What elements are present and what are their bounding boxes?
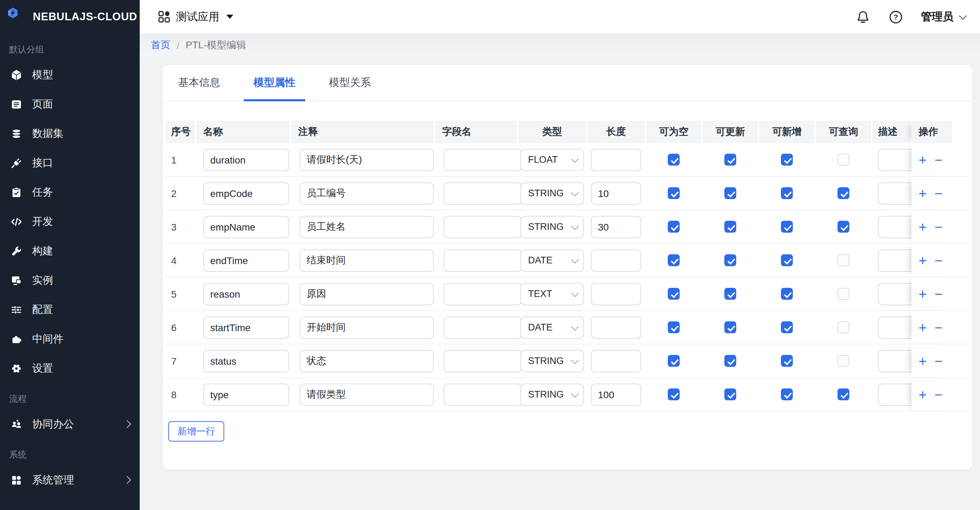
sidebar-item-数据集[interactable]: 数据集 — [0, 119, 140, 148]
remove-row-icon[interactable]: − — [934, 186, 942, 200]
nullable-checkbox[interactable] — [668, 389, 679, 400]
nullable-checkbox[interactable] — [668, 355, 679, 367]
insertable-checkbox[interactable] — [781, 389, 793, 400]
sidebar-item-接口[interactable]: 接口 — [0, 148, 140, 177]
sidebar-item-配置[interactable]: 配置 — [0, 295, 140, 324]
add-row-icon[interactable]: + — [918, 287, 927, 301]
comment-input[interactable] — [300, 182, 434, 204]
updatable-checkbox[interactable] — [724, 321, 736, 333]
name-input[interactable] — [203, 182, 289, 204]
insertable-checkbox[interactable] — [781, 187, 793, 199]
tab-basic-info[interactable]: 基本信息 — [168, 65, 230, 100]
length-input[interactable] — [591, 148, 641, 171]
add-row-icon[interactable]: + — [918, 253, 927, 267]
insertable-checkbox[interactable] — [781, 355, 793, 367]
queryable-checkbox[interactable] — [837, 254, 850, 266]
queryable-checkbox[interactable] — [837, 154, 850, 166]
nullable-checkbox[interactable] — [668, 254, 679, 266]
comment-input[interactable] — [300, 249, 434, 271]
field-name-input[interactable] — [444, 148, 522, 171]
help-icon[interactable]: ? — [888, 10, 903, 24]
type-select[interactable]: FLOAT — [520, 148, 584, 171]
comment-input[interactable] — [300, 316, 434, 338]
nullable-checkbox[interactable] — [668, 288, 679, 300]
length-input[interactable] — [591, 182, 641, 204]
breadcrumb-home-link[interactable]: 首页 — [151, 39, 170, 51]
field-name-input[interactable] — [444, 316, 522, 338]
name-input[interactable] — [203, 383, 289, 406]
sidebar-item-设置[interactable]: 设置 — [0, 354, 140, 383]
queryable-checkbox[interactable] — [837, 187, 850, 199]
sidebar-item-任务[interactable]: 任务 — [0, 177, 140, 207]
nullable-checkbox[interactable] — [668, 187, 679, 199]
length-input[interactable] — [591, 215, 641, 238]
name-input[interactable] — [203, 316, 289, 338]
field-name-input[interactable] — [444, 249, 522, 271]
field-name-input[interactable] — [444, 383, 522, 406]
remove-row-icon[interactable]: − — [934, 354, 942, 368]
bell-icon[interactable] — [855, 10, 870, 24]
add-row-icon[interactable]: + — [918, 186, 927, 200]
add-row-icon[interactable]: + — [918, 153, 927, 167]
field-name-input[interactable] — [444, 350, 522, 372]
field-name-input[interactable] — [444, 283, 522, 305]
queryable-checkbox[interactable] — [837, 321, 850, 333]
tab-model-properties[interactable]: 模型属性 — [244, 65, 305, 100]
sidebar-item-页面[interactable]: 页面 — [0, 89, 140, 119]
comment-input[interactable] — [300, 383, 434, 406]
insertable-checkbox[interactable] — [781, 321, 793, 333]
name-input[interactable] — [203, 283, 289, 305]
nullable-checkbox[interactable] — [668, 221, 679, 233]
updatable-checkbox[interactable] — [724, 254, 736, 266]
type-select[interactable]: STRING — [520, 383, 584, 406]
length-input[interactable] — [591, 249, 641, 271]
add-row-button[interactable]: 新增一行 — [168, 421, 224, 441]
tab-model-relations[interactable]: 模型关系 — [319, 65, 381, 100]
remove-row-icon[interactable]: − — [934, 253, 942, 267]
insertable-checkbox[interactable] — [781, 221, 793, 233]
queryable-checkbox[interactable] — [837, 221, 850, 233]
add-row-icon[interactable]: + — [918, 220, 927, 234]
comment-input[interactable] — [300, 283, 434, 305]
sidebar-item-实例[interactable]: 实例 — [0, 266, 140, 295]
add-row-icon[interactable]: + — [918, 387, 927, 402]
sidebar-item-开发[interactable]: 开发 — [0, 207, 140, 236]
length-input[interactable] — [591, 350, 641, 372]
field-name-input[interactable] — [444, 182, 522, 204]
remove-row-icon[interactable]: − — [934, 387, 942, 402]
updatable-checkbox[interactable] — [724, 221, 736, 233]
updatable-checkbox[interactable] — [724, 154, 736, 166]
queryable-checkbox[interactable] — [837, 288, 850, 300]
insertable-checkbox[interactable] — [781, 154, 793, 166]
insertable-checkbox[interactable] — [781, 288, 793, 300]
length-input[interactable] — [591, 316, 641, 338]
name-input[interactable] — [203, 350, 289, 372]
sidebar-item-中间件[interactable]: 中间件 — [0, 324, 140, 354]
user-menu[interactable]: 管理员 — [921, 10, 965, 24]
sidebar-item-协同办公[interactable]: 协同办公 — [0, 410, 140, 439]
length-input[interactable] — [591, 283, 641, 305]
type-select[interactable]: STRING — [520, 350, 584, 372]
add-row-icon[interactable]: + — [918, 320, 927, 334]
type-select[interactable]: STRING — [520, 215, 584, 238]
updatable-checkbox[interactable] — [724, 355, 736, 367]
queryable-checkbox[interactable] — [837, 355, 850, 367]
type-select[interactable]: TEXT — [520, 283, 584, 305]
field-name-input[interactable] — [444, 215, 522, 238]
comment-input[interactable] — [300, 215, 434, 238]
updatable-checkbox[interactable] — [724, 288, 736, 300]
comment-input[interactable] — [300, 350, 434, 372]
app-switcher[interactable]: 测试应用 — [158, 10, 233, 24]
type-select[interactable]: STRING — [520, 182, 584, 204]
type-select[interactable]: DATE — [520, 249, 584, 271]
length-input[interactable] — [591, 383, 641, 406]
comment-input[interactable] — [300, 148, 434, 171]
updatable-checkbox[interactable] — [724, 389, 736, 400]
name-input[interactable] — [203, 148, 289, 171]
nullable-checkbox[interactable] — [668, 321, 679, 333]
remove-row-icon[interactable]: − — [934, 320, 942, 334]
name-input[interactable] — [203, 215, 289, 238]
add-row-icon[interactable]: + — [918, 354, 927, 368]
type-select[interactable]: DATE — [520, 316, 584, 338]
queryable-checkbox[interactable] — [837, 389, 850, 400]
